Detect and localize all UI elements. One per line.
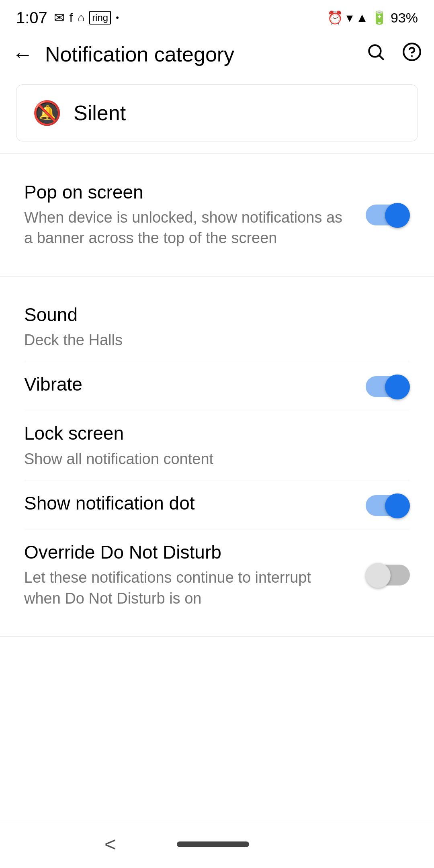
lock-screen-row[interactable]: Lock screen Show all notification conten… bbox=[24, 411, 410, 480]
status-bar: 1:07 ✉ f ⌂ ring • ⏰ ▾ ▲ 🔋 93% bbox=[0, 0, 434, 32]
pop-on-screen-section: Pop on screen When device is unlocked, s… bbox=[0, 154, 434, 276]
vibrate-toggle[interactable] bbox=[366, 375, 410, 399]
vibrate-title: Vibrate bbox=[24, 373, 350, 395]
sound-row[interactable]: Sound Deck the Halls bbox=[24, 293, 410, 362]
bottom-nav: < bbox=[0, 820, 434, 868]
signal-icon: ▲ bbox=[356, 11, 368, 25]
battery-icon: 🔋 bbox=[371, 10, 387, 25]
sound-subtitle: Deck the Halls bbox=[24, 330, 394, 350]
help-button[interactable] bbox=[402, 42, 422, 67]
facebook-icon: f bbox=[70, 11, 73, 25]
battery-percentage: 93% bbox=[391, 10, 418, 26]
search-button[interactable] bbox=[366, 42, 386, 67]
silent-label: Silent bbox=[74, 101, 126, 125]
pop-on-screen-toggle[interactable] bbox=[366, 203, 410, 227]
home-indicator[interactable] bbox=[177, 841, 249, 847]
back-button[interactable]: ← bbox=[12, 42, 33, 66]
sound-title: Sound bbox=[24, 304, 394, 326]
override-dnd-toggle-thumb bbox=[366, 563, 391, 588]
pop-on-screen-title: Pop on screen bbox=[24, 181, 350, 203]
status-time: 1:07 bbox=[16, 9, 47, 27]
notification-dot-row[interactable]: Show notification dot bbox=[24, 481, 410, 530]
override-dnd-subtitle: Let these notifications continue to inte… bbox=[24, 567, 350, 609]
sound-text: Sound Deck the Halls bbox=[24, 304, 410, 350]
lock-screen-text: Lock screen Show all notification conten… bbox=[24, 422, 410, 469]
home-icon: ⌂ bbox=[78, 11, 84, 24]
lock-screen-subtitle: Show all notification content bbox=[24, 449, 394, 469]
override-dnd-text: Override Do Not Disturb Let these notifi… bbox=[24, 541, 366, 609]
notification-dot-title: Show notification dot bbox=[24, 492, 350, 514]
vibrate-text: Vibrate bbox=[24, 373, 366, 399]
svg-line-1 bbox=[380, 56, 383, 59]
app-bar-actions bbox=[366, 42, 422, 67]
pop-on-screen-row[interactable]: Pop on screen When device is unlocked, s… bbox=[24, 170, 410, 260]
bottom-spacer bbox=[0, 637, 434, 685]
notification-dot-text: Show notification dot bbox=[24, 492, 366, 518]
silent-icon: 🔕 bbox=[33, 99, 61, 127]
notification-dot-toggle[interactable] bbox=[366, 493, 410, 518]
override-dnd-title: Override Do Not Disturb bbox=[24, 541, 350, 563]
mail-icon: ✉ bbox=[54, 10, 65, 25]
dot-icon: • bbox=[116, 12, 119, 23]
svg-point-0 bbox=[369, 45, 381, 57]
vibrate-row[interactable]: Vibrate bbox=[24, 362, 410, 411]
wifi-icon: ▾ bbox=[346, 10, 353, 25]
silent-card[interactable]: 🔕 Silent bbox=[16, 84, 418, 141]
override-dnd-row[interactable]: Override Do Not Disturb Let these notifi… bbox=[24, 530, 410, 620]
page-title: Notification category bbox=[45, 42, 366, 66]
override-dnd-toggle[interactable] bbox=[366, 563, 410, 587]
vibrate-toggle-thumb bbox=[385, 375, 410, 399]
pop-on-screen-toggle-thumb bbox=[385, 203, 410, 228]
ring-icon: ring bbox=[89, 11, 111, 25]
nav-back-button[interactable]: < bbox=[104, 833, 116, 856]
app-bar: ← Notification category bbox=[0, 32, 434, 76]
pop-on-screen-subtitle: When device is unlocked, show notificati… bbox=[24, 207, 350, 249]
notification-dot-toggle-thumb bbox=[385, 493, 410, 518]
sound-section: Sound Deck the Halls Vibrate Lock screen… bbox=[0, 276, 434, 636]
lock-screen-title: Lock screen bbox=[24, 422, 394, 444]
pop-on-screen-text: Pop on screen When device is unlocked, s… bbox=[24, 181, 366, 249]
alarm-icon: ⏰ bbox=[327, 10, 343, 25]
